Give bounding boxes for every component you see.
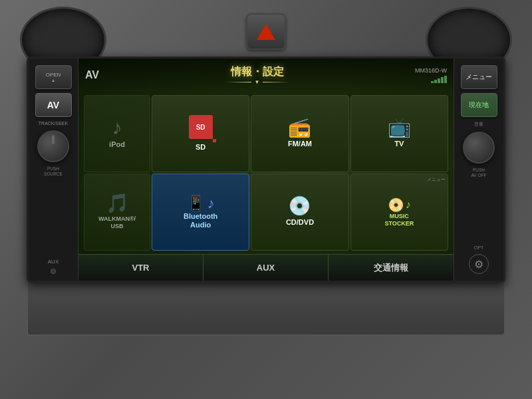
title-right-line — [263, 82, 289, 82]
open-button[interactable]: OPEN ▲ — [35, 65, 72, 89]
screen-header: AV 情報・設定 ▼ MM316D-W — [78, 59, 454, 92]
bottom-panel — [27, 283, 505, 336]
right-controls: メニュー 現在地 音量 PUSHAV OFF OPT ⚙ — [454, 59, 503, 281]
tv-icon: 📺 — [388, 118, 411, 137]
stocker-note-icon: ♪ — [406, 199, 411, 211]
track-seek-knob[interactable] — [37, 130, 69, 162]
sd-label: SD — [196, 143, 205, 152]
menu-button[interactable]: メニュー — [461, 65, 497, 89]
signal-bar-5 — [444, 76, 447, 83]
menu-label: メニュー — [466, 72, 492, 82]
sd-icon: SD — [189, 115, 213, 139]
eject-icon: ▲ — [51, 78, 56, 82]
settings-icon[interactable]: ⚙ — [469, 254, 489, 274]
head-unit: OPEN ▲ AV TRACK/SEEK PUSHSOURCE AUX AV 情… — [27, 57, 505, 283]
signal-bar-2 — [434, 80, 437, 83]
media-grid: ♪ iPod SD SD 📻 FM/AM 📺 — [78, 92, 454, 254]
media-item-stocker[interactable]: 📀 ♪ MUSICSTOCKER メニュー — [350, 174, 448, 251]
hazard-button[interactable] — [246, 13, 286, 50]
media-item-cddvd[interactable]: 💿 CD/DVD — [251, 174, 348, 251]
walkman-icon: 🎵 — [106, 194, 129, 213]
vtr-label: VTR — [132, 263, 150, 273]
media-item-ipod[interactable]: ♪ iPod — [84, 95, 150, 172]
push-source-label: PUSHSOURCE — [44, 166, 63, 177]
media-item-walkman[interactable]: 🎵 WALKMAN®/USB — [84, 174, 150, 251]
volume-label: 音量 — [474, 121, 483, 128]
fmam-label: FM/AM — [288, 140, 312, 148]
media-item-bluetooth[interactable]: 📱 ♪ BluetoothAudio — [152, 174, 249, 251]
media-item-tv[interactable]: 📺 TV — [350, 95, 448, 172]
hazard-icon — [257, 24, 275, 40]
car-panel: OPEN ▲ AV TRACK/SEEK PUSHSOURCE AUX AV 情… — [0, 0, 532, 399]
title-area: 情報・設定 ▼ — [99, 65, 415, 85]
aux-bottom-label: AUX — [257, 263, 275, 273]
av-label: AV — [47, 100, 59, 110]
media-item-fmam[interactable]: 📻 FM/AM — [251, 95, 348, 172]
track-seek-label: TRACK/SEEK — [39, 121, 68, 126]
signal-bars — [431, 76, 447, 83]
walkman-label: WALKMAN®/USB — [98, 215, 136, 230]
screen-inner: AV 情報・設定 ▼ MM316D-W — [78, 59, 454, 281]
stocker-label: MUSICSTOCKER — [384, 213, 414, 227]
aux-bottom-button[interactable]: AUX — [203, 255, 329, 281]
traffic-label: 交通情報 — [374, 262, 408, 274]
music-note-bt-icon: ♪ — [207, 195, 215, 212]
media-item-sd[interactable]: SD SD — [152, 95, 249, 172]
menu-small-label: メニュー — [427, 176, 446, 183]
model-label: MM316D-W — [415, 67, 447, 74]
ipod-icon: ♪ — [112, 118, 122, 138]
title-decoration: ▼ — [99, 79, 415, 85]
tv-label: TV — [394, 140, 404, 148]
aux-label: AUX — [48, 259, 59, 265]
vtr-button[interactable]: VTR — [78, 255, 203, 281]
push-avoff-label: PUSHAV OFF — [471, 168, 487, 178]
signal-bar-3 — [438, 78, 440, 83]
cd-icon: 💿 — [288, 197, 311, 215]
bluetooth-label: BluetoothAudio — [184, 212, 217, 229]
cddvd-label: CD/DVD — [286, 218, 314, 227]
bottom-bar: VTR AUX 交通情報 — [78, 254, 454, 281]
title-arrow: ▼ — [255, 79, 260, 85]
screen-title: 情報・設定 — [99, 65, 415, 79]
location-button[interactable]: 現在地 — [461, 93, 497, 117]
open-label: OPEN — [46, 72, 61, 78]
stocker-sd-icon: 📀 — [388, 197, 404, 213]
volume-knob[interactable] — [463, 132, 495, 164]
ipod-label: iPod — [109, 140, 125, 149]
aux-jack[interactable] — [51, 269, 56, 274]
signal-bar-4 — [441, 77, 444, 83]
location-label: 現在地 — [469, 100, 489, 110]
title-left-line — [225, 82, 251, 82]
signal-bar-1 — [431, 81, 434, 83]
traffic-button[interactable]: 交通情報 — [329, 255, 454, 281]
opt-label: OPT — [474, 245, 483, 250]
av-button[interactable]: AV — [35, 93, 72, 117]
left-controls: OPEN ▲ AV TRACK/SEEK PUSHSOURCE AUX — [29, 59, 78, 281]
bluetooth-icon: 📱 — [187, 195, 205, 212]
radio-icon: 📻 — [288, 118, 311, 137]
av-screen-label: AV — [85, 69, 99, 81]
screen: AV 情報・設定 ▼ MM316D-W — [78, 59, 454, 281]
